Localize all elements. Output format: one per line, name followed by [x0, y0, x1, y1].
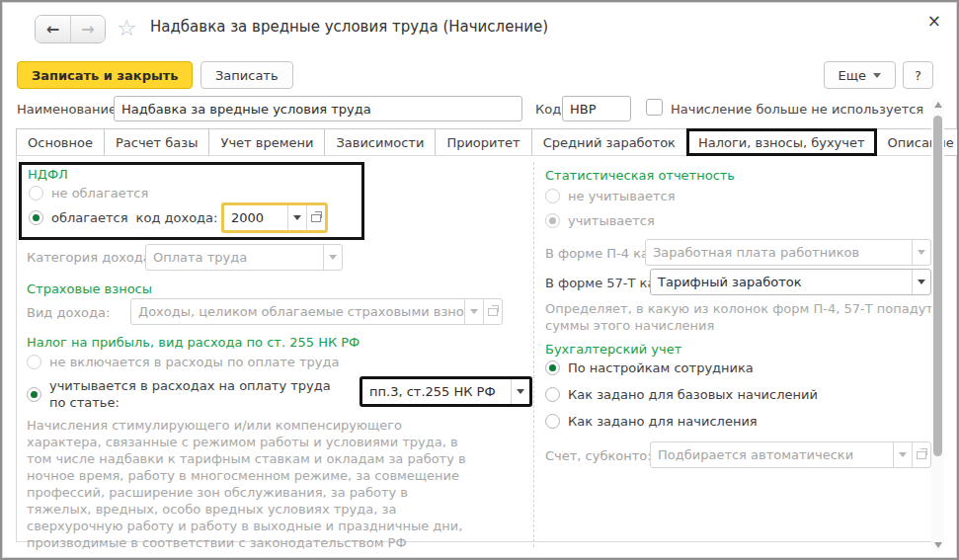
help-button[interactable]: ? [903, 61, 933, 89]
history-nav-group: ← → [35, 15, 106, 43]
tab-sredniy-zarabotok[interactable]: Средний заработок [531, 128, 687, 156]
profit-tax-included-radio[interactable] [27, 387, 41, 402]
profit-tax-not-included-radio [27, 355, 41, 369]
accounting-for-accrual-radio[interactable] [545, 414, 560, 429]
income-type-open-button [483, 299, 502, 324]
accounting-for-base-label: Как задано для базовых начислений [568, 387, 818, 402]
ndfl-not-taxed-radio [29, 186, 43, 200]
open-form-icon [917, 451, 926, 459]
income-code-dropdown-icon[interactable] [287, 205, 306, 230]
tab-nalogi-vznosy-buhuchet[interactable]: Налоги, взносы, бухучет [686, 128, 877, 156]
tab-uchet-vremeni[interactable]: Учет времени [208, 128, 325, 156]
income-code-open-button[interactable] [306, 205, 325, 230]
account-subconto-placeholder: Подбирается автоматически [651, 442, 893, 467]
stats-counted-radio [545, 213, 560, 228]
income-type-combobox: Доходы, целиком облагаемые страховыми вз… [130, 298, 503, 325]
ndfl-section-title: НДФЛ [28, 167, 68, 182]
account-subconto-label: Счет, субконто: [545, 448, 652, 463]
ndfl-taxed-option: облагается код дохода: [29, 210, 217, 225]
t57-form-combobox[interactable]: Тарифный заработок [650, 269, 931, 295]
tab-zavisimosti[interactable]: Зависимости [324, 128, 436, 156]
insurance-section-title: Страховые взносы [27, 281, 152, 296]
stats-not-counted-label: не учитывается [568, 189, 675, 203]
more-button[interactable]: Еще [824, 61, 896, 89]
income-code-combobox[interactable]: 2000 [221, 202, 328, 233]
stats-not-counted-option: не учитывается [545, 189, 675, 203]
account-subconto-dropdown-icon [893, 442, 912, 467]
account-subconto-open-button [912, 442, 930, 467]
stats-counted-option: учитывается [545, 213, 655, 228]
ndfl-not-taxed-option: не облагается [29, 186, 148, 200]
accounting-for-accrual-option: Как задано для начисления [545, 414, 758, 429]
accounting-by-employee-label: По настройкам сотрудника [568, 360, 754, 375]
income-type-label: Вид дохода: [27, 305, 110, 320]
stats-not-counted-radio [545, 189, 560, 203]
ndfl-not-taxed-label: не облагается [51, 186, 148, 200]
window-title: Надбавка за вредные условия труда (Начис… [150, 18, 548, 36]
favorite-star-icon[interactable]: ☆ [117, 15, 137, 40]
chevron-down-icon [873, 73, 881, 78]
accounting-for-base-radio[interactable] [545, 387, 560, 402]
income-type-value: Доходы, целиком облагаемые страховыми вз… [131, 299, 464, 324]
tab-bar: Основное Расчет базы Учет времени Зависи… [16, 128, 959, 156]
p4-form-label: В форме П-4 как: [545, 246, 661, 261]
not-used-checkbox[interactable] [646, 99, 663, 116]
p4-form-value: Заработная плата работников [646, 240, 912, 265]
t57-form-value: Тарифный заработок [651, 270, 912, 294]
profit-tax-included-option: учитывается в расходах на оплату труда п… [27, 377, 348, 411]
stats-counted-label: учитывается [568, 213, 655, 228]
back-button[interactable]: ← [36, 16, 70, 42]
dialog-window: ← → ☆ Надбавка за вредные условия труда … [0, 0, 959, 560]
income-category-label: Категория дохода: [27, 250, 155, 265]
name-input[interactable] [114, 96, 522, 121]
income-code-label: код дохода: [136, 210, 218, 225]
save-and-close-button[interactable]: Записать и закрыть [17, 61, 193, 89]
tab-osnovnoe[interactable]: Основное [16, 128, 105, 156]
p4-form-dropdown-icon [912, 240, 930, 265]
income-type-dropdown-icon [464, 299, 483, 324]
profit-tax-hint-text: Начисления стимулирующего и/или компенси… [27, 417, 468, 551]
profit-tax-section-title: Налог на прибыль, вид расхода по ст. 255… [27, 335, 360, 350]
tab-opisanie[interactable]: Описание [876, 128, 959, 156]
close-icon[interactable]: × [927, 13, 941, 30]
profit-tax-included-label: учитывается в расходах на оплату труда п… [49, 377, 348, 411]
scrollbar-thumb[interactable] [933, 116, 942, 456]
vertical-scrollbar[interactable] [931, 99, 944, 551]
income-category-combobox: Оплата труда [145, 244, 343, 271]
scroll-down-icon[interactable] [934, 542, 942, 548]
open-form-icon [311, 214, 321, 222]
stats-hint-text: Определяет, в какую из колонок форм П-4,… [545, 300, 945, 334]
income-category-dropdown-icon [323, 245, 342, 270]
p4-form-combobox: Заработная плата работников [645, 239, 931, 266]
forward-arrow-icon: → [81, 20, 94, 39]
accounting-section-title: Бухгалтерский учет [545, 342, 681, 357]
more-button-label: Еще [839, 68, 866, 83]
t57-form-dropdown-icon[interactable] [912, 270, 930, 294]
income-code-value: 2000 [224, 205, 287, 230]
accounting-by-employee-option: По настройкам сотрудника [545, 360, 754, 375]
code-input[interactable] [562, 96, 631, 121]
account-subconto-combobox: Подбирается автоматически [650, 441, 931, 468]
ndfl-taxed-radio[interactable] [29, 210, 43, 225]
name-label: Наименование: [17, 102, 120, 117]
column-separator [533, 162, 534, 547]
ndfl-taxed-label: облагается [51, 210, 128, 225]
not-used-label: Начисление больше не используется [671, 102, 923, 117]
profit-tax-not-included-label: не включается в расходы по оплате труда [49, 355, 339, 369]
save-button[interactable]: Записать [200, 61, 293, 89]
stats-section-title: Статистическая отчетность [545, 168, 735, 183]
open-form-icon [488, 308, 498, 316]
back-arrow-icon: ← [46, 20, 59, 39]
accounting-for-base-option: Как задано для базовых начислений [545, 387, 818, 402]
income-category-value: Оплата труда [146, 245, 323, 270]
tab-prioritet[interactable]: Приоритет [435, 128, 531, 156]
code-label: Код: [535, 102, 566, 117]
forward-button: → [70, 16, 105, 42]
scroll-up-icon[interactable] [934, 102, 942, 108]
tab-raschet-bazy[interactable]: Расчет базы [104, 128, 210, 156]
profit-tax-article-combobox[interactable]: пп.3, ст.255 НК РФ [360, 376, 532, 407]
accounting-by-employee-radio[interactable] [545, 360, 560, 375]
profit-tax-article-dropdown-icon[interactable] [511, 379, 529, 404]
profit-tax-article-value: пп.3, ст.255 НК РФ [362, 379, 511, 404]
profit-tax-not-included-option: не включается в расходы по оплате труда [27, 355, 339, 369]
